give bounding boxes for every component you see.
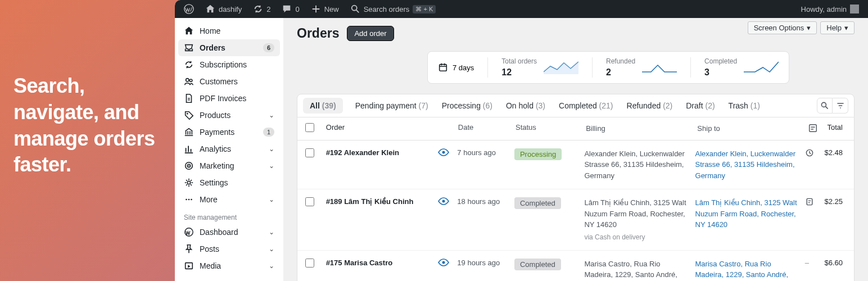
sidebar-item-label: More	[200, 195, 263, 204]
sidebar-item-marketing[interactable]: Marketing ⌄	[178, 157, 280, 174]
col-header-date[interactable]: Date	[458, 123, 511, 132]
wp-logo[interactable]	[179, 0, 198, 18]
filter-button[interactable]	[833, 98, 848, 114]
shipto-link[interactable]: Alexander Klein, Luckenwalder Strasse 66…	[695, 149, 796, 180]
order-id-name[interactable]: #175 Marisa Castro	[326, 259, 433, 267]
svg-point-8	[187, 181, 190, 184]
tab-trash[interactable]: Trash (1)	[727, 98, 761, 114]
payment-via: via Cash on delivery	[584, 232, 690, 242]
sidebar-item-pdf-invoices[interactable]: PDF Invoices	[178, 90, 280, 107]
shipto-link[interactable]: Marisa Castro, Rua Rio Madeira, 1229, Sa…	[695, 260, 790, 282]
sidebar-mgmt-posts[interactable]: Posts ⌄	[178, 241, 280, 257]
wp-icon	[184, 227, 194, 237]
sidebar-item-products[interactable]: Products ⌄	[178, 107, 280, 124]
stats-period[interactable]: 7 days	[438, 62, 474, 72]
order-total: $2.25	[824, 197, 846, 206]
sidebar-item-label: Dashboard	[200, 228, 263, 237]
row-checkbox[interactable]	[305, 259, 314, 268]
note-cell	[805, 148, 820, 157]
col-header-status[interactable]: Status	[516, 123, 581, 132]
howdy-text: Howdy, admin	[801, 5, 847, 13]
shipto-link[interactable]: Lâm Thị Kiều Chinh, 3125 Walt Nuzum Farm…	[695, 198, 797, 229]
svg-point-10	[188, 199, 190, 201]
sidebar-mgmt-dashboard[interactable]: Dashboard ⌄	[178, 224, 280, 241]
screen-options-button[interactable]: Screen Options ▾	[748, 21, 817, 34]
tab-pending-payment[interactable]: Pending payment (7)	[354, 98, 430, 114]
note-cell: –	[805, 259, 820, 267]
tab-count: (2)	[663, 101, 672, 110]
sidebar-item-analytics[interactable]: Analytics ⌄	[178, 140, 280, 157]
preview-button[interactable]	[438, 259, 453, 266]
tab-on-hold[interactable]: On hold (3)	[505, 98, 546, 114]
col-header-billing[interactable]: Billing	[586, 123, 693, 134]
sidebar-item-orders[interactable]: Orders 6	[178, 39, 280, 56]
inbox-icon	[184, 43, 194, 53]
sidebar-item-label: Payments	[200, 128, 257, 137]
tab-label: Trash	[729, 101, 748, 110]
svg-point-9	[186, 199, 187, 201]
new-label: New	[324, 5, 339, 13]
app-window: dashify 2 0 New Search orders ⌘ + K Howd…	[175, 0, 868, 281]
sidebar-item-more[interactable]: More ⌄	[178, 191, 280, 208]
table-row[interactable]: #175 Marisa Castro 19 hours ago Complete…	[297, 251, 854, 282]
preview-button[interactable]	[438, 148, 453, 156]
tab-processing[interactable]: Processing (6)	[441, 98, 494, 114]
order-date: 18 hours ago	[457, 197, 510, 206]
comments-link[interactable]: 0	[277, 0, 304, 18]
sidebar-item-home[interactable]: Home	[178, 22, 280, 39]
tab-refunded[interactable]: Refunded (2)	[626, 98, 674, 114]
sidebar-item-customers[interactable]: Customers	[178, 73, 280, 90]
sparkline-icon	[544, 61, 578, 74]
sidebar-item-label: PDF Invoices	[200, 94, 274, 103]
note-icon	[808, 123, 818, 133]
col-header-total[interactable]: Total	[828, 123, 846, 132]
help-button[interactable]: Help ▾	[820, 21, 855, 34]
svg-point-2	[186, 79, 189, 81]
caret-down-icon: ▾	[844, 24, 848, 32]
add-order-button[interactable]: Add order	[347, 26, 394, 41]
sidebar-item-settings[interactable]: Settings	[178, 174, 280, 191]
order-id-name[interactable]: #189 Lâm Thị Kiều Chinh	[326, 197, 433, 206]
tab-label: On hold	[506, 101, 534, 110]
col-header-order[interactable]: Order	[326, 123, 434, 132]
chevron-down-icon: ⌄	[269, 145, 274, 153]
calendar-icon	[438, 62, 448, 72]
select-all-checkbox[interactable]	[305, 123, 314, 132]
tab-completed[interactable]: Completed (21)	[558, 98, 614, 114]
tab-count: (21)	[599, 101, 613, 110]
dots-icon	[184, 194, 194, 205]
sidebar-item-label: Orders	[200, 43, 257, 52]
search-orders-bar[interactable]: Search orders ⌘ + K	[346, 0, 441, 18]
tab-all[interactable]: All (39)	[303, 98, 343, 114]
sidebar-item-payments[interactable]: Payments 1	[178, 124, 280, 140]
new-link[interactable]: New	[306, 0, 343, 18]
table-row[interactable]: #189 Lâm Thị Kiều Chinh 18 hours ago Com…	[297, 189, 854, 251]
col-header-shipto[interactable]: Ship to	[697, 123, 803, 134]
tab-label: Draft	[686, 101, 703, 110]
sidebar-item-subscriptions[interactable]: Subscriptions	[178, 56, 280, 73]
file-icon	[184, 93, 194, 103]
count-badge: 6	[263, 43, 274, 52]
sidebar-item-label: Subscriptions	[200, 60, 274, 69]
table-row[interactable]: #192 Alexander Klein 7 hours ago Process…	[297, 140, 854, 190]
chart-icon	[184, 144, 194, 154]
tab-draft[interactable]: Draft (2)	[685, 98, 716, 114]
svg-point-17	[442, 151, 445, 153]
admin-bar: dashify 2 0 New Search orders ⌘ + K Howd…	[175, 0, 868, 18]
stat-label: Total orders	[501, 57, 537, 65]
sidebar-mgmt-media[interactable]: Media ⌄	[178, 257, 280, 274]
row-checkbox[interactable]	[305, 148, 314, 157]
site-name-link[interactable]: dashify	[201, 0, 246, 18]
order-id-name[interactable]: #192 Alexander Klein	[326, 148, 433, 157]
updates-link[interactable]: 2	[248, 0, 275, 18]
row-checkbox[interactable]	[305, 197, 314, 206]
sidebar-section-label: Site management	[178, 208, 280, 224]
tab-count: (1)	[751, 101, 760, 110]
preview-button[interactable]	[438, 197, 453, 205]
refresh-icon	[184, 60, 194, 70]
howdy-link[interactable]: Howdy, admin	[797, 0, 864, 18]
screen-options-label: Screen Options	[754, 24, 804, 32]
svg-point-3	[189, 79, 192, 82]
sparkline-icon	[642, 61, 677, 74]
search-button[interactable]	[817, 98, 833, 114]
